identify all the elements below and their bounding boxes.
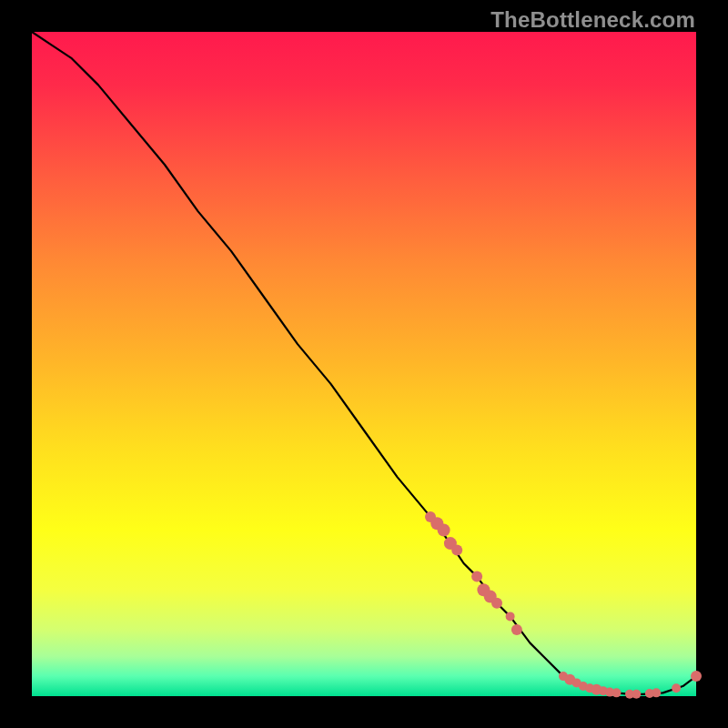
data-point-marker: [506, 612, 515, 621]
data-point-marker: [438, 524, 450, 537]
data-point-marker: [451, 544, 462, 555]
bottleneck-curve: [32, 32, 696, 694]
data-point-marker: [691, 671, 702, 682]
chart-frame: TheBottleneck.com: [0, 0, 728, 728]
data-point-marker: [471, 571, 482, 582]
data-point-marker: [652, 688, 661, 697]
data-point-marker: [632, 690, 641, 699]
marker-layer: [425, 511, 702, 699]
chart-overlay: [32, 32, 696, 696]
data-point-marker: [612, 688, 621, 697]
watermark-text: TheBottleneck.com: [490, 7, 695, 33]
data-point-marker: [491, 598, 502, 609]
data-point-marker: [672, 683, 681, 693]
plot-area: [32, 32, 696, 696]
data-point-marker: [511, 624, 522, 635]
